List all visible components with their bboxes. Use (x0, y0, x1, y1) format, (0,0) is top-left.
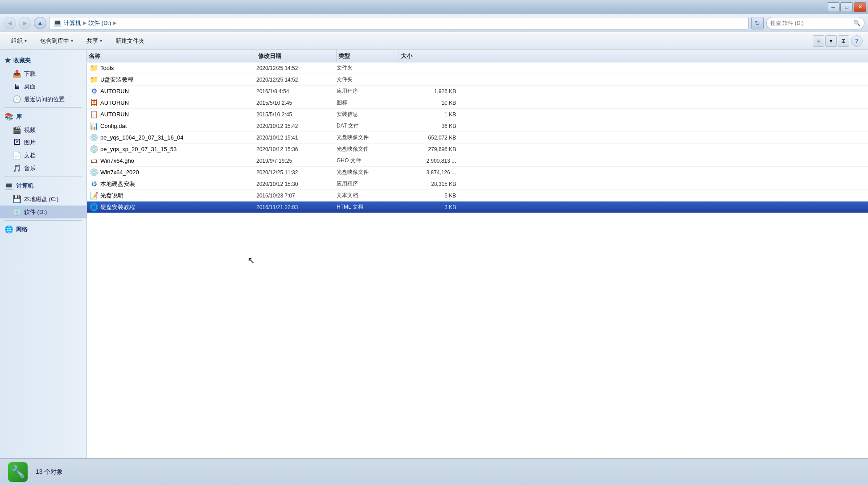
sidebar-network-header[interactable]: 🌐 网络 (0, 222, 86, 236)
sidebar-item-c-drive[interactable]: 💾 本地磁盘 (C:) (0, 193, 86, 206)
file-date-cell: 2016/11/21 22:03 (256, 204, 337, 210)
file-size-cell: 3,874,126 ... (399, 169, 461, 176)
file-size-cell: 36 KB (399, 123, 461, 129)
titlebar: ─ □ ✕ (0, 0, 868, 14)
view-detail-button[interactable]: ⊞ (838, 35, 849, 47)
maximize-button[interactable]: □ (840, 2, 853, 12)
view-dropdown-button[interactable]: ▾ (825, 35, 837, 47)
table-row[interactable]: ⚙ AUTORUN 2016/1/8 4:54 应用程序 1,926 KB (87, 86, 868, 97)
file-type-cell: 图标 (337, 99, 399, 107)
minimize-button[interactable]: ─ (827, 2, 839, 12)
favorites-icon: ★ (4, 56, 11, 65)
file-size-cell: 28,315 KB (399, 181, 461, 187)
file-name-cell: 📁 Tools (87, 64, 256, 73)
share-button[interactable]: 共享 ▾ (81, 35, 108, 47)
col-header-type[interactable]: 类型 (337, 50, 399, 62)
sidebar-item-downloads[interactable]: 📥 下载 (0, 67, 86, 80)
file-type-cell: 文件夹 (337, 64, 399, 72)
file-name-cell: 💿 pe_yqs_xp_20_07_31_15_53 (87, 145, 256, 154)
close-button[interactable]: ✕ (854, 2, 866, 12)
breadcrumb-drive[interactable]: 软件 (D:) (88, 19, 111, 27)
new-folder-button[interactable]: 新建文件夹 (110, 35, 150, 47)
view-list-button[interactable]: ≡ (813, 35, 824, 47)
breadcrumb-computer[interactable]: 计算机 (64, 19, 81, 27)
file-area: 名称 修改日期 类型 大小 📁 Tools 2020/12/25 14:52 文… (87, 50, 868, 458)
include-library-button[interactable]: 包含到库中 ▾ (34, 35, 79, 47)
file-size-cell: 10 KB (399, 100, 461, 106)
file-icon: 📋 (90, 110, 99, 119)
file-icon: 🌐 (90, 203, 99, 212)
table-row[interactable]: 📊 Config.dat 2020/10/12 15:42 DAT 文件 36 … (87, 120, 868, 132)
view-controls: ≡ ▾ ⊞ (813, 35, 849, 47)
file-icon: 🗂 (90, 156, 99, 165)
col-header-date[interactable]: 修改日期 (256, 50, 337, 62)
file-name-cell: 📋 AUTORUN (87, 110, 256, 119)
table-row[interactable]: 🌐 硬盘安装教程 2016/11/21 22:03 HTML 文档 3 KB (87, 201, 868, 213)
file-date-cell: 2020/12/25 14:52 (256, 65, 337, 71)
help-button[interactable]: ? (851, 35, 863, 47)
sidebar-item-desktop[interactable]: 🖥 桌面 (0, 80, 86, 93)
sidebar-divider-3 (4, 220, 82, 221)
file-type-cell: 文本文档 (337, 192, 399, 199)
table-row[interactable]: 💿 pe_yqs_1064_20_07_31_16_04 2020/10/12 … (87, 132, 868, 144)
breadcrumb-sep-2: ▶ (113, 20, 116, 26)
sidebar-library-header[interactable]: 📚 库 (0, 110, 86, 123)
column-header[interactable]: 名称 修改日期 类型 大小 (87, 50, 868, 62)
table-row[interactable]: 📝 光盘说明 2016/10/23 7:07 文本文档 5 KB (87, 190, 868, 201)
file-size-cell: 2,900,813 ... (399, 158, 461, 164)
sidebar-item-recent[interactable]: 🕒 最近访问的位置 (0, 93, 86, 106)
file-name-cell: 📁 U盘安装教程 (87, 75, 256, 84)
file-icon: 📁 (90, 64, 99, 73)
sidebar: ★ 收藏夹 📥 下载 🖥 桌面 🕒 最近访问的位置 📚 库 (0, 50, 87, 458)
file-icon: 💿 (90, 133, 99, 142)
breadcrumb-sep-1: ▶ (83, 20, 86, 26)
file-size-cell: 5 KB (399, 193, 461, 199)
file-name-cell: 💿 Win7x64_2020 (87, 168, 256, 177)
c-drive-icon: 💾 (12, 195, 21, 203)
sidebar-section-favorites: ★ 收藏夹 📥 下载 🖥 桌面 🕒 最近访问的位置 (0, 53, 86, 106)
sidebar-item-pictures[interactable]: 🖼 图片 (0, 136, 86, 149)
table-row[interactable]: 💿 Win7x64_2020 2020/12/25 11:32 光盘映像文件 3… (87, 167, 868, 178)
organize-button[interactable]: 组织 ▾ (5, 35, 33, 47)
forward-button[interactable]: ▶ (19, 17, 31, 29)
sidebar-item-documents[interactable]: 📄 文档 (0, 149, 86, 162)
file-name-cell: ⚙ AUTORUN (87, 87, 256, 96)
file-type-cell: 安装信息 (337, 111, 399, 118)
back-button[interactable]: ◀ (4, 17, 16, 29)
sidebar-favorites-header[interactable]: ★ 收藏夹 (0, 53, 86, 67)
table-row[interactable]: 💿 pe_yqs_xp_20_07_31_15_53 2020/10/12 15… (87, 144, 868, 155)
refresh-button[interactable]: ↻ (751, 17, 764, 29)
sidebar-section-network: 🌐 网络 (0, 222, 86, 236)
up-button[interactable]: ▲ (34, 17, 46, 29)
file-type-cell: 应用程序 (337, 180, 399, 188)
file-date-cell: 2019/9/7 19:25 (256, 158, 337, 164)
file-size-cell: 1,926 KB (399, 88, 461, 95)
sidebar-item-music[interactable]: 🎵 音乐 (0, 162, 86, 175)
organize-arrow: ▾ (25, 38, 27, 43)
file-list: 📁 Tools 2020/12/25 14:52 文件夹 📁 U盘安装教程 20… (87, 62, 868, 458)
search-icon: 🔍 (853, 20, 860, 26)
table-row[interactable]: 📁 Tools 2020/12/25 14:52 文件夹 (87, 62, 868, 74)
table-row[interactable]: 🗂 Win7x64.gho 2019/9/7 19:25 GHO 文件 2,90… (87, 155, 868, 167)
sidebar-item-d-drive[interactable]: 💿 软件 (D:) (0, 206, 86, 218)
table-row[interactable]: ⚙ 本地硬盘安装 2020/10/12 15:30 应用程序 28,315 KB (87, 178, 868, 190)
music-icon: 🎵 (12, 164, 21, 173)
table-row[interactable]: 🖼 AUTORUN 2015/5/10 2:45 图标 10 KB (87, 97, 868, 109)
file-date-cell: 2020/10/12 15:30 (256, 181, 337, 187)
share-arrow: ▾ (100, 38, 102, 43)
file-icon: ⚙ (90, 87, 99, 96)
sidebar-computer-header[interactable]: 💻 计算机 (0, 179, 86, 193)
sidebar-item-video[interactable]: 🎬 视频 (0, 123, 86, 136)
col-header-size[interactable]: 大小 (399, 50, 461, 62)
statusbar: 🔧 13 个对象 (0, 458, 868, 485)
file-icon: 📁 (90, 75, 99, 84)
table-row[interactable]: 📁 U盘安装教程 2020/12/25 14:52 文件夹 (87, 74, 868, 86)
sidebar-section-computer: 💻 计算机 💾 本地磁盘 (C:) 💿 软件 (D:) (0, 179, 86, 218)
search-input[interactable] (770, 20, 853, 26)
pictures-icon: 🖼 (12, 139, 21, 147)
file-icon: 🖼 (90, 99, 99, 107)
col-header-name[interactable]: 名称 (87, 50, 256, 62)
file-date-cell: 2020/12/25 14:52 (256, 77, 337, 83)
table-row[interactable]: 📋 AUTORUN 2015/5/10 2:45 安装信息 1 KB (87, 109, 868, 120)
file-date-cell: 2015/5/10 2:45 (256, 100, 337, 106)
